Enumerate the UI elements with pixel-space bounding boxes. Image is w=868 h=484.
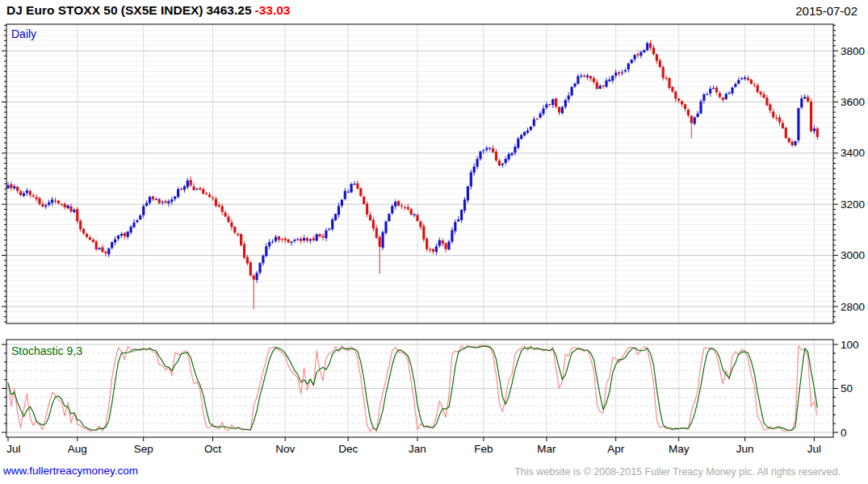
candle — [646, 42, 648, 52]
candle — [659, 58, 661, 69]
candle — [293, 239, 296, 244]
candle — [316, 233, 318, 241]
candle — [359, 187, 362, 197]
candle — [278, 236, 280, 243]
candle — [687, 109, 690, 118]
candle — [107, 248, 110, 257]
candle — [227, 214, 229, 223]
candle — [419, 220, 421, 230]
candle — [807, 94, 809, 102]
candle — [709, 86, 711, 96]
candle — [132, 219, 135, 228]
month-label: Oct — [204, 443, 221, 455]
candle — [447, 240, 450, 250]
month-label: Nov — [275, 443, 295, 455]
month-label: Mar — [537, 443, 556, 455]
candle — [571, 86, 573, 96]
candle — [810, 98, 812, 132]
candle — [76, 207, 78, 223]
candle — [791, 140, 794, 147]
candle — [353, 181, 355, 185]
candle — [149, 195, 151, 205]
candle — [243, 241, 245, 259]
candle — [514, 144, 516, 156]
candle — [41, 201, 44, 207]
candle — [240, 233, 242, 247]
candle — [470, 169, 472, 190]
candle — [605, 77, 607, 88]
price-tick-label: 3000 — [841, 249, 865, 261]
candle — [624, 69, 627, 73]
candle — [275, 235, 277, 243]
candle — [312, 236, 315, 241]
candle — [233, 226, 236, 234]
candle — [690, 115, 693, 138]
candle — [699, 99, 702, 115]
stochastic-panel: 050100 — [2, 339, 859, 439]
candle — [237, 233, 239, 237]
month-label: Jul — [807, 443, 821, 455]
candle — [391, 204, 393, 215]
candle — [778, 115, 781, 125]
candle — [23, 191, 25, 198]
candle — [577, 74, 579, 86]
candle — [495, 149, 497, 162]
stochastic-label: Stochastic 9,3 — [11, 344, 82, 357]
chart-area: 280030003200340036003800 050100 JulAugSe… — [0, 23, 868, 462]
candle — [740, 77, 743, 80]
candle — [643, 49, 645, 53]
candle — [54, 198, 57, 204]
candle — [523, 131, 526, 137]
candle — [611, 75, 614, 84]
candle — [694, 116, 696, 126]
period-label: Daily — [11, 27, 36, 40]
candle — [99, 247, 101, 250]
candle — [438, 237, 441, 248]
candle — [526, 127, 529, 134]
candle — [379, 235, 381, 273]
candle — [762, 91, 765, 98]
candle — [426, 237, 428, 252]
month-label: Feb — [474, 443, 493, 455]
candle — [187, 178, 189, 190]
candle — [199, 186, 201, 190]
price-gridlines-minor — [6, 25, 833, 322]
candle — [224, 211, 227, 218]
candle — [684, 103, 686, 111]
candle — [772, 109, 774, 119]
candle — [757, 83, 759, 94]
candle — [303, 235, 305, 242]
candle — [208, 192, 211, 198]
candle — [145, 200, 148, 207]
candle — [372, 217, 375, 232]
candle — [124, 232, 126, 240]
candle — [734, 82, 736, 88]
candle — [731, 86, 733, 95]
candle — [67, 204, 69, 209]
candle — [800, 95, 803, 109]
candle — [631, 59, 633, 65]
price-panel: 280030003200340036003800 — [2, 24, 865, 437]
candle — [130, 225, 132, 235]
price-axis-labels: 280030003200340036003800 — [841, 45, 865, 313]
price-and-stochastic-chart: 280030003200340036003800 050100 JulAugSe… — [0, 23, 868, 462]
candle — [347, 190, 350, 193]
candle — [120, 232, 123, 238]
candle — [258, 262, 261, 275]
candle — [517, 136, 519, 149]
candle — [64, 202, 66, 211]
price-tick-label: 3200 — [841, 198, 865, 211]
candle — [674, 90, 677, 102]
candle — [287, 239, 290, 244]
candle — [328, 227, 330, 232]
candle — [429, 247, 431, 252]
month-label: Jan — [409, 443, 426, 455]
candle — [614, 69, 617, 78]
candle — [300, 236, 302, 244]
candle — [508, 152, 510, 162]
instrument-title-row: DJ Euro STOXX 50 (SX5E INDEX)3463.25-33.… — [6, 3, 290, 18]
month-label: Aug — [68, 443, 87, 455]
candlestick-series — [6, 40, 819, 309]
candle — [652, 44, 655, 55]
website-link[interactable]: www.fullertreacymoney.com — [3, 465, 138, 477]
